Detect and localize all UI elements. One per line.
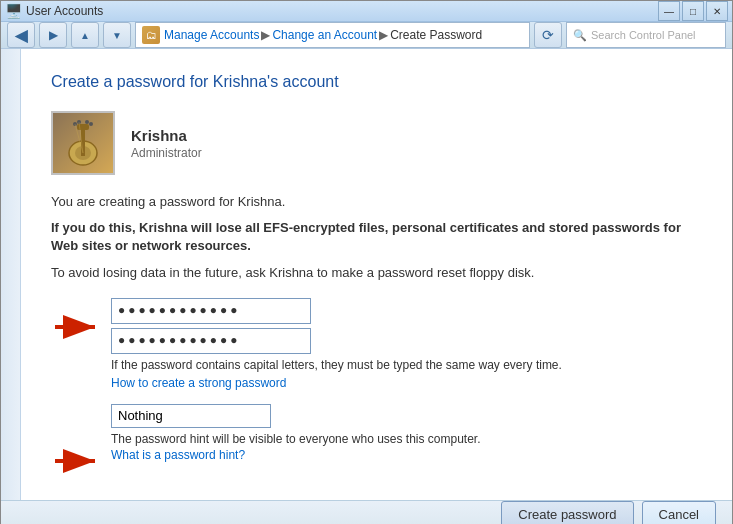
maximize-button[interactable]: □	[682, 1, 704, 21]
arrow-icon-2	[53, 446, 103, 476]
address-box: 🗂 Manage Accounts ▶ Change an Account ▶ …	[135, 22, 530, 48]
user-details: Krishna Administrator	[131, 127, 202, 160]
new-password-input[interactable]	[111, 298, 311, 324]
page-title: Create a password for Krishna's account	[51, 73, 702, 91]
breadcrumb-sep-2: ▶	[379, 28, 388, 42]
hint-note: The password hint will be visible to eve…	[111, 432, 702, 446]
window: 🖥️ User Accounts — □ ✕ ◀ ▶ ▲ ▼ 🗂 Manage …	[0, 0, 733, 524]
breadcrumb-change[interactable]: Change an Account	[272, 28, 377, 42]
left-sidebar	[1, 49, 21, 500]
strong-password-link[interactable]: How to create a strong password	[111, 376, 702, 390]
title-bar: 🖥️ User Accounts — □ ✕	[1, 1, 732, 22]
up-button[interactable]: ▲	[71, 22, 99, 48]
info-text: You are creating a password for Krishna.	[51, 193, 702, 211]
user-info: Krishna Administrator	[51, 111, 702, 175]
recent-button[interactable]: ▼	[103, 22, 131, 48]
cancel-button[interactable]: Cancel	[642, 501, 716, 524]
bottom-bar: Create password Cancel	[1, 500, 732, 524]
case-hint: If the password contains capital letters…	[111, 358, 702, 372]
search-box[interactable]: 🔍 Search Control Panel	[566, 22, 726, 48]
address-bar: ◀ ▶ ▲ ▼ 🗂 Manage Accounts ▶ Change an Ac…	[1, 22, 732, 49]
main-content: Create a password for Krishna's account	[21, 49, 732, 500]
hint-text: To avoid losing data in the future, ask …	[51, 264, 702, 282]
search-placeholder: Search Control Panel	[591, 29, 696, 41]
confirm-password-input[interactable]	[111, 328, 311, 354]
go-button[interactable]: ⟳	[534, 22, 562, 48]
avatar	[51, 111, 115, 175]
title-bar-left: 🖥️ User Accounts	[5, 3, 103, 19]
password-hint-input[interactable]	[111, 404, 271, 428]
svg-rect-3	[77, 124, 89, 130]
hint-link[interactable]: What is a password hint?	[111, 448, 702, 462]
create-password-button[interactable]: Create password	[501, 501, 633, 524]
svg-point-6	[85, 120, 89, 124]
breadcrumb-create: Create Password	[390, 28, 482, 42]
breadcrumb-sep-1: ▶	[261, 28, 270, 42]
minimize-button[interactable]: —	[658, 1, 680, 21]
content-area: Create a password for Krishna's account	[1, 49, 732, 500]
window-icon: 🖥️	[5, 3, 22, 19]
window-title: User Accounts	[26, 4, 103, 18]
warning-text: If you do this, Krishna will lose all EF…	[51, 219, 702, 255]
svg-point-7	[89, 122, 93, 126]
breadcrumb-icon: 🗂	[142, 26, 160, 44]
close-button[interactable]: ✕	[706, 1, 728, 21]
back-button[interactable]: ◀	[7, 22, 35, 48]
arrow-icon-1	[53, 302, 103, 352]
window-controls: — □ ✕	[658, 1, 728, 21]
user-role: Administrator	[131, 146, 202, 160]
breadcrumb-manage[interactable]: Manage Accounts	[164, 28, 259, 42]
password-form: If the password contains capital letters…	[111, 298, 702, 462]
folder-icon: 🗂	[146, 29, 157, 41]
search-icon: 🔍	[573, 29, 587, 42]
guitar-avatar-icon	[61, 118, 105, 168]
user-name: Krishna	[131, 127, 202, 144]
forward-button[interactable]: ▶	[39, 22, 67, 48]
